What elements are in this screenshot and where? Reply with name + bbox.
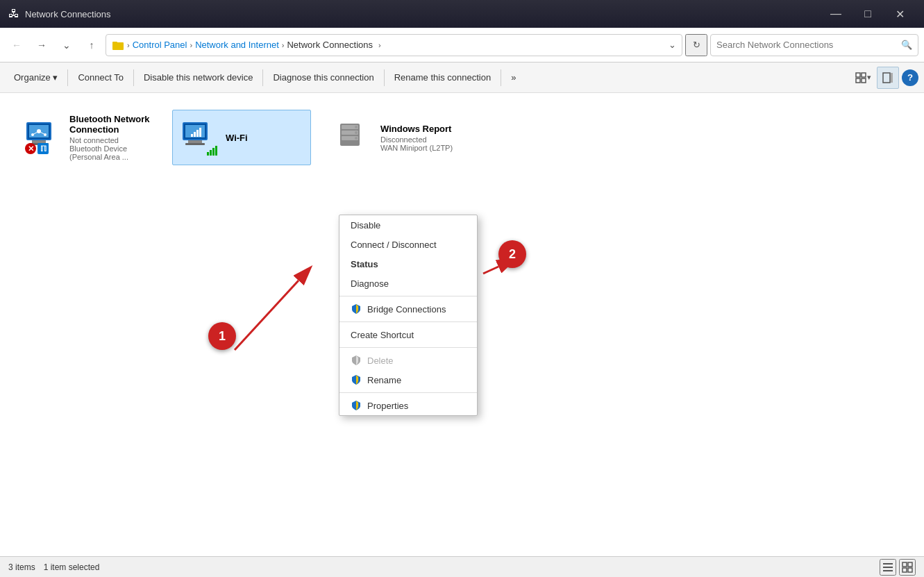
disable-button[interactable]: Disable this network device (135, 65, 262, 90)
status-bar-right (880, 559, 916, 576)
disconnected-badge: ✕ (25, 143, 36, 154)
preview-icon (882, 72, 893, 83)
path-dropdown-arrow[interactable]: › (378, 41, 381, 49)
forward-button[interactable]: → (31, 34, 53, 56)
up-button[interactable]: ↑ (81, 34, 103, 56)
connect-to-button[interactable]: Connect To (69, 65, 132, 90)
rename-label: Rename (367, 375, 401, 385)
svg-rect-43 (902, 568, 907, 572)
ctx-sep-1 (339, 296, 477, 296)
bluetooth-status: Not connected (69, 136, 150, 144)
diagnose-label: Diagnose (351, 278, 389, 289)
selected-count: 1 item selected (44, 562, 100, 572)
wan-svg (333, 118, 367, 151)
svg-rect-6 (883, 73, 890, 83)
disable-label: Disable (351, 220, 380, 231)
toolbar: Organize ▾ Connect To Disable this netwo… (0, 62, 924, 93)
ctx-disable[interactable]: Disable (339, 215, 477, 235)
search-input[interactable] (716, 40, 896, 50)
view-dropdown-arrow: ▾ (867, 73, 871, 82)
preview-pane-button[interactable] (877, 67, 899, 89)
view-options-button[interactable]: ▾ (852, 67, 874, 89)
svg-rect-26 (199, 128, 201, 137)
svg-rect-40 (883, 570, 893, 571)
search-box[interactable]: 🔍 (710, 34, 918, 56)
status-bar: 3 items 1 item selected (0, 556, 924, 577)
path-sep-3: › (282, 41, 285, 49)
title-bar: 🖧 Network Connections — □ ✕ (0, 0, 924, 28)
maximize-button[interactable]: □ (852, 0, 884, 28)
ctx-create-shortcut[interactable]: Create Shortcut (339, 325, 477, 344)
window-icon: 🖧 (8, 8, 19, 20)
wan-name: Windows Report (380, 124, 461, 134)
path-dropdown-btn[interactable]: ⌄ (669, 40, 676, 50)
bluetooth-device: Bluetooth Device (Personal Area ... (69, 144, 150, 161)
ctx-status[interactable]: Status (339, 254, 477, 274)
svg-rect-44 (908, 568, 912, 572)
help-button[interactable]: ? (902, 69, 918, 86)
organize-button[interactable]: Organize ▾ (6, 65, 66, 90)
wan-item[interactable]: Windows Report Disconnected WAN Miniport… (328, 110, 467, 165)
list-view-button[interactable] (880, 559, 896, 576)
ctx-delete[interactable]: Delete (339, 351, 477, 370)
ctx-bridge[interactable]: Bridge Connections (339, 299, 477, 319)
ctx-rename[interactable]: Rename (339, 370, 477, 390)
status-label: Status (351, 259, 378, 269)
folder-icon (112, 39, 124, 51)
network-grid: ✕ ℿ Bluetooth Network Connection Not con… (11, 104, 913, 171)
address-bar: ← → ⌄ ↑ › Control Panel › Network and In… (0, 28, 924, 62)
refresh-button[interactable]: ↻ (685, 34, 707, 56)
bluetooth-icon: ✕ ℿ (22, 118, 61, 157)
view-options-icon (855, 72, 867, 84)
svg-rect-7 (891, 73, 893, 83)
toolbar-sep-2 (133, 69, 134, 86)
back-button[interactable]: ← (6, 34, 28, 56)
ctx-connect-disconnect[interactable]: Connect / Disconnect (339, 235, 477, 254)
wan-status: Disconnected (380, 135, 461, 144)
close-button[interactable]: ✕ (884, 0, 916, 28)
more-button[interactable]: » (503, 65, 524, 90)
ctx-sep-4 (339, 392, 477, 393)
svg-rect-3 (862, 73, 866, 77)
wifi-item[interactable]: Wi-Fi (172, 110, 311, 165)
bluetooth-name: Bluetooth Network Connection (69, 114, 150, 135)
minimize-button[interactable]: — (820, 0, 852, 28)
wan-icon-container (333, 118, 372, 157)
wan-info: Windows Report Disconnected WAN Miniport… (380, 124, 461, 152)
svg-rect-21 (185, 143, 205, 145)
wifi-icon-container (178, 118, 217, 157)
rename-button[interactable]: Rename this connection (386, 65, 499, 90)
shield-icon-rename (351, 374, 362, 385)
svg-rect-4 (856, 78, 860, 83)
svg-rect-2 (856, 73, 860, 77)
shield-icon-bridge (351, 303, 362, 315)
large-icons-icon (902, 562, 913, 573)
svg-rect-5 (862, 78, 866, 83)
svg-point-32 (355, 131, 358, 134)
large-icons-button[interactable] (899, 559, 916, 576)
address-path[interactable]: › Control Panel › Network and Internet ›… (106, 34, 682, 56)
annotation-1: 1 (208, 322, 236, 350)
toolbar-sep-3 (262, 69, 263, 86)
path-sep-1: › (127, 41, 130, 49)
ctx-properties[interactable]: Properties (339, 396, 477, 415)
path-network-internet[interactable]: Network and Internet (195, 40, 279, 50)
svg-rect-41 (902, 562, 907, 567)
circle-badge-1: 1 (208, 322, 236, 350)
wifi-info: Wi-Fi (226, 133, 305, 143)
svg-point-31 (355, 126, 358, 128)
context-menu: Disable Connect / Disconnect Status Diag… (339, 215, 478, 416)
bluetooth-info: Bluetooth Network Connection Not connect… (69, 114, 150, 161)
bridge-connections-label: Bridge Connections (367, 304, 446, 315)
path-sep-2: › (190, 41, 192, 49)
recent-button[interactable]: ⌄ (56, 34, 78, 56)
wan-device: WAN Miniport (L2TP) (380, 144, 461, 152)
svg-line-36 (235, 281, 299, 350)
diagnose-button[interactable]: Diagnose this connection (264, 65, 382, 90)
path-control-panel[interactable]: Control Panel (133, 40, 187, 50)
svg-rect-25 (196, 130, 199, 137)
window-title: Network Connections (25, 9, 111, 19)
svg-line-37 (483, 267, 498, 274)
bluetooth-item[interactable]: ✕ ℿ Bluetooth Network Connection Not con… (17, 110, 156, 165)
ctx-diagnose[interactable]: Diagnose (339, 274, 477, 293)
